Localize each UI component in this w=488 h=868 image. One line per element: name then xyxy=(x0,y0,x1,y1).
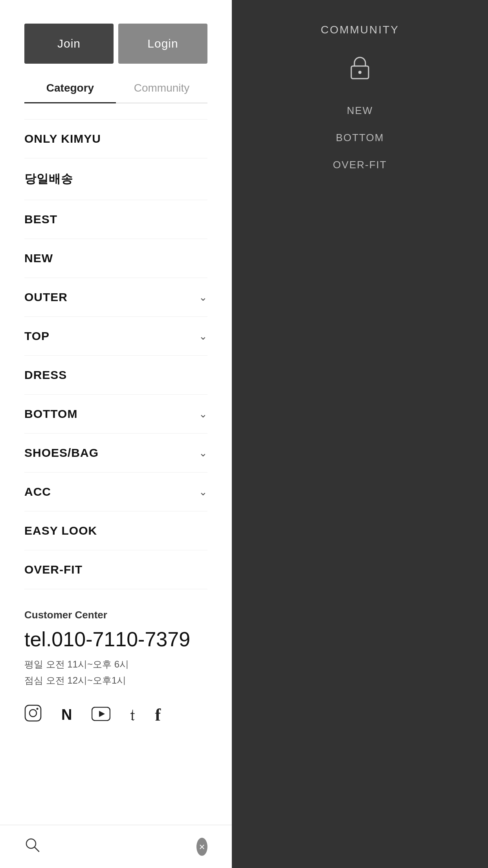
right-panel: COMMUNITY NEW BOTTOM OVER-FIT xyxy=(232,0,488,868)
menu-item-new[interactable]: NEW xyxy=(24,239,207,278)
login-button[interactable]: Login xyxy=(118,24,207,64)
menu-item-daydelivery[interactable]: 당일배송 xyxy=(24,158,207,200)
right-nav-bottom[interactable]: BOTTOM xyxy=(336,132,384,144)
svg-point-1 xyxy=(358,71,361,74)
svg-line-8 xyxy=(35,847,39,851)
customer-center-title: Customer Center xyxy=(24,609,207,621)
chevron-down-icon: ⌄ xyxy=(199,408,207,420)
customer-center: Customer Center tel.010-7110-7379 평일 오전 … xyxy=(24,609,207,689)
tab-category[interactable]: Category xyxy=(24,82,116,103)
menu-item-best[interactable]: BEST xyxy=(24,200,207,239)
menu-item-dress[interactable]: DRESS xyxy=(24,356,207,395)
instagram-icon[interactable] xyxy=(24,704,42,726)
menu-item-top[interactable]: TOP ⌄ xyxy=(24,317,207,356)
search-close-button[interactable]: × xyxy=(196,838,207,856)
svg-rect-2 xyxy=(25,705,41,721)
auth-buttons: Join Login xyxy=(24,24,207,64)
svg-point-3 xyxy=(29,710,37,717)
search-bar: × xyxy=(0,825,232,868)
menu-item-bottom[interactable]: BOTTOM ⌄ xyxy=(24,395,207,434)
social-icons: N 𝔱 f xyxy=(24,704,207,726)
svg-marker-6 xyxy=(99,711,105,717)
search-icon[interactable] xyxy=(24,837,40,856)
lock-icon xyxy=(350,56,370,85)
right-panel-nav: NEW BOTTOM OVER-FIT xyxy=(333,105,387,171)
menu-item-easy-look[interactable]: EASY LOOK xyxy=(24,511,207,550)
menu-item-only-kimyu[interactable]: ONLY KIMYU xyxy=(24,119,207,158)
tabs: Category Community xyxy=(24,82,207,103)
right-panel-community-label: COMMUNITY xyxy=(321,24,399,36)
chevron-down-icon: ⌄ xyxy=(199,291,207,303)
hours-line2: 점심 오전 12시~오후1시 xyxy=(24,673,207,689)
search-input[interactable] xyxy=(48,840,189,853)
right-nav-overfit[interactable]: OVER-FIT xyxy=(333,159,387,171)
menu-item-over-fit[interactable]: OVER-FIT xyxy=(24,550,207,589)
join-button[interactable]: Join xyxy=(24,24,114,64)
facebook-icon[interactable]: f xyxy=(155,705,161,725)
menu-list: ONLY KIMYU 당일배송 BEST NEW OUTER ⌄ TOP ⌄ D… xyxy=(24,111,207,589)
menu-item-acc[interactable]: ACC ⌄ xyxy=(24,473,207,511)
right-nav-new[interactable]: NEW xyxy=(347,105,373,117)
youtube-icon[interactable] xyxy=(92,705,110,725)
customer-center-hours: 평일 오전 11시~오후 6시 점심 오전 12시~오후1시 xyxy=(24,657,207,689)
chevron-down-icon: ⌄ xyxy=(199,330,207,342)
chevron-down-icon: ⌄ xyxy=(199,447,207,459)
chevron-down-icon: ⌄ xyxy=(199,486,207,498)
svg-point-4 xyxy=(37,708,39,710)
tab-community[interactable]: Community xyxy=(116,82,207,103)
menu-item-outer[interactable]: OUTER ⌄ xyxy=(24,278,207,317)
hours-line1: 평일 오전 11시~오후 6시 xyxy=(24,657,207,673)
left-panel: Join Login Category Community ONLY KIMYU… xyxy=(0,0,232,868)
menu-item-shoes-bag[interactable]: SHOES/BAG ⌄ xyxy=(24,434,207,473)
twitter-icon[interactable]: 𝔱 xyxy=(130,706,135,725)
naver-icon[interactable]: N xyxy=(61,706,72,723)
customer-center-tel[interactable]: tel.010-7110-7379 xyxy=(24,627,207,651)
